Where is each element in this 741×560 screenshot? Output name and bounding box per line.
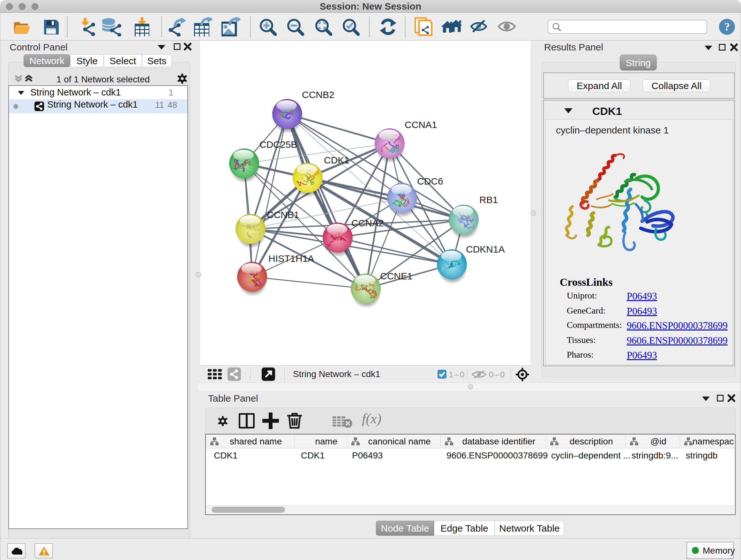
svg-text:HIST1H1A: HIST1H1A — [268, 253, 314, 264]
svg-text:CDKN1A: CDKN1A — [466, 244, 505, 254]
svg-text:CCNB2: CCNB2 — [302, 89, 334, 100]
svg-text:RB1: RB1 — [479, 194, 498, 205]
svg-text:CDC6: CDC6 — [417, 176, 443, 186]
svg-text:CDC25B: CDC25B — [259, 139, 297, 150]
svg-text:CCNA1: CCNA1 — [405, 119, 437, 130]
svg-text:CCNE1: CCNE1 — [380, 271, 413, 281]
svg-text:CCNA2: CCNA2 — [351, 218, 384, 228]
svg-text:CDK1: CDK1 — [324, 155, 349, 165]
svg-text:CCNB1: CCNB1 — [267, 209, 299, 220]
svg-text:?: ? — [724, 20, 730, 33]
